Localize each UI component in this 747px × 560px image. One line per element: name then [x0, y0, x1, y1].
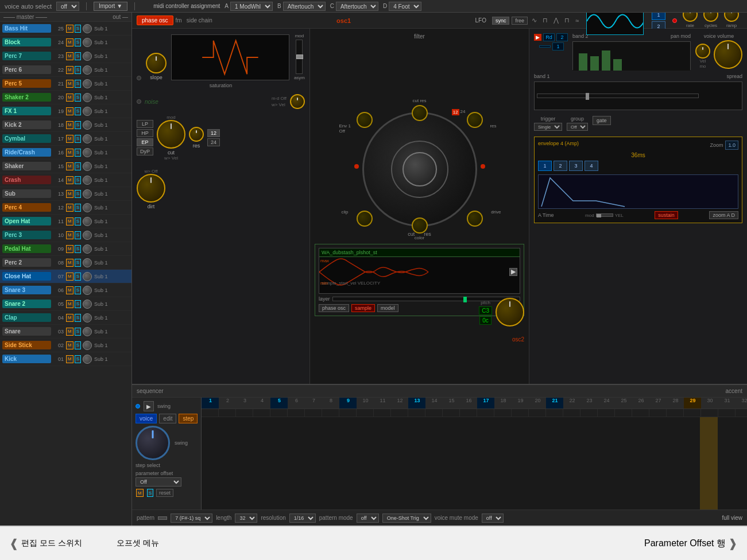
- step-num-17[interactable]: 17: [477, 398, 494, 409]
- step-num-28[interactable]: 28: [667, 398, 684, 409]
- slope-knob[interactable]: [146, 53, 167, 73]
- filter-env1-knob[interactable]: [357, 112, 373, 128]
- play-btn[interactable]: ▶: [144, 401, 154, 411]
- accent-cell-8[interactable]: [322, 409, 339, 417]
- step-num-2[interactable]: 2: [219, 398, 236, 409]
- solo-btn-1[interactable]: S: [75, 38, 81, 46]
- step-num-25[interactable]: 25: [615, 398, 632, 409]
- voice-pan-knob-0[interactable]: [83, 24, 92, 33]
- voice-pan-knob-6[interactable]: [83, 107, 92, 116]
- voice-pan-knob-20[interactable]: [83, 300, 92, 309]
- group-select[interactable]: Off 1: [567, 123, 588, 131]
- step-num-29[interactable]: 29: [684, 398, 701, 409]
- gate-button[interactable]: gate: [593, 116, 611, 125]
- import-button[interactable]: Import ▼: [94, 2, 127, 11]
- env-btn-1[interactable]: 1: [538, 161, 552, 171]
- mute-btn-5[interactable]: M: [66, 94, 73, 102]
- mute-btn-6[interactable]: M: [66, 107, 73, 115]
- step-num-1[interactable]: 1: [202, 398, 219, 409]
- pan-mod-knob[interactable]: [714, 40, 742, 69]
- voice-pan-knob-13[interactable]: [83, 203, 92, 212]
- lfo-cycles-knob[interactable]: [703, 13, 718, 22]
- solo-btn-4[interactable]: S: [75, 80, 81, 88]
- step-num-32[interactable]: 32: [736, 398, 747, 409]
- solo-btn-19[interactable]: S: [75, 286, 81, 294]
- filter-12-btn[interactable]: 12: [207, 129, 220, 137]
- voice-item-perc-5[interactable]: Perc 5 21 M S Sub 1: [0, 77, 131, 91]
- osc2-model-btn[interactable]: model: [377, 304, 398, 312]
- res-knob[interactable]: [189, 127, 204, 142]
- step-num-30[interactable]: 30: [701, 398, 718, 409]
- lfo-wave-1[interactable]: ∿: [532, 17, 537, 24]
- voice-item-snare-3[interactable]: Snare 3 06 M S Sub 1: [0, 283, 131, 297]
- voice-item-perc-4[interactable]: Perc 4 12 M S Sub 1: [0, 201, 131, 215]
- step-num-31[interactable]: 31: [718, 398, 736, 409]
- channel-c-select[interactable]: Aftertouch: [336, 2, 378, 11]
- voice-item-open-hat[interactable]: Open Hat 11 M S Sub 1: [0, 215, 131, 228]
- accent-cell-3[interactable]: [236, 409, 253, 417]
- mod-slider[interactable]: [596, 213, 613, 217]
- accent-cell-26[interactable]: [632, 409, 649, 417]
- step-num-16[interactable]: 16: [460, 398, 477, 409]
- step-num-22[interactable]: 22: [563, 398, 580, 409]
- env-btn-2[interactable]: 2: [554, 161, 567, 171]
- mute-btn-20[interactable]: M: [66, 300, 73, 308]
- step-num-9[interactable]: 9: [339, 398, 357, 409]
- voice-item-crash[interactable]: Crash 14 M S Sub 1: [0, 173, 131, 187]
- accent-cell-15[interactable]: [443, 409, 460, 417]
- voice-auto-select-dropdown[interactable]: off on: [56, 2, 79, 11]
- accent-cell-32[interactable]: [736, 409, 747, 417]
- mute-btn-23[interactable]: M: [66, 341, 73, 349]
- filter-ep-btn[interactable]: EP: [137, 138, 153, 146]
- noise-led[interactable]: [137, 99, 141, 104]
- voice-pan-knob-7[interactable]: [83, 120, 92, 130]
- pattern-mini-slider[interactable]: [158, 516, 167, 520]
- accent-cell-29[interactable]: [684, 409, 701, 417]
- pattern-mode-select[interactable]: off on: [357, 514, 379, 523]
- zoom-ad-btn[interactable]: zoom A D: [709, 211, 738, 219]
- lfo-sync-btn[interactable]: sync: [492, 17, 510, 25]
- solo-btn-11[interactable]: S: [75, 176, 81, 184]
- mute-btn-3[interactable]: M: [66, 66, 73, 74]
- accent-cell-5[interactable]: [270, 409, 288, 417]
- voice-volume-knob[interactable]: [695, 44, 710, 59]
- accent-cell-25[interactable]: [615, 409, 632, 417]
- step-num-24[interactable]: 24: [598, 398, 615, 409]
- step-num-4[interactable]: 4: [253, 398, 270, 409]
- step-mode-btn[interactable]: step: [179, 414, 198, 423]
- filter-center-knob[interactable]: [402, 152, 437, 186]
- accent-cell-16[interactable]: [460, 409, 477, 417]
- voice-item-shaker-2[interactable]: Shaker 2 20 M S Sub 1: [0, 91, 131, 104]
- voice-item-snare-2[interactable]: Snare 2 05 M S Sub 1: [0, 297, 131, 311]
- filter-res-knob[interactable]: [467, 112, 483, 128]
- lfo-wave-3[interactable]: ⋀: [554, 17, 559, 24]
- voice-pan-knob-17[interactable]: [83, 258, 92, 267]
- mute-btn-12[interactable]: M: [66, 190, 73, 198]
- step-num-7[interactable]: 7: [305, 398, 322, 409]
- one-shot-select[interactable]: One-Shot Trig: [382, 514, 431, 523]
- accent-cell-31[interactable]: [718, 409, 736, 417]
- accent-cell-23[interactable]: [580, 409, 598, 417]
- accent-cell-28[interactable]: [667, 409, 684, 417]
- accent-cell-30[interactable]: [701, 409, 718, 417]
- solo-btn-17[interactable]: S: [75, 259, 81, 267]
- solo-btn-23[interactable]: S: [75, 341, 81, 349]
- resolution-select[interactable]: 1/16 1/8 1/32: [289, 514, 316, 523]
- voice-pan-knob-14[interactable]: [83, 217, 92, 226]
- voice-item-ride/crash[interactable]: Ride/Crash 16 M S Sub 1: [0, 146, 131, 160]
- step-num-3[interactable]: 3: [236, 398, 253, 409]
- ms-s-btn[interactable]: S: [147, 489, 153, 497]
- voice-pan-knob-22[interactable]: [83, 327, 92, 336]
- lfo-free-btn[interactable]: free: [512, 17, 528, 25]
- sustain-btn[interactable]: sustain: [655, 211, 678, 219]
- sample-play-btn[interactable]: ▶: [509, 268, 517, 276]
- mute-btn-18[interactable]: M: [66, 273, 73, 281]
- voice-item-snare[interactable]: Snare 03 M S Sub 1: [0, 325, 131, 339]
- asym-slider[interactable]: [296, 40, 303, 74]
- length-select[interactable]: 32 16 8: [235, 514, 257, 523]
- channel-a-select[interactable]: 1 ModWhl: [230, 2, 273, 11]
- voice-pan-knob-18[interactable]: [83, 272, 92, 281]
- voice-pan-knob-23[interactable]: [83, 341, 92, 350]
- voice-item-perc-2[interactable]: Perc 2 08 M S Sub 1: [0, 256, 131, 270]
- voice-mute-select[interactable]: off: [482, 514, 504, 523]
